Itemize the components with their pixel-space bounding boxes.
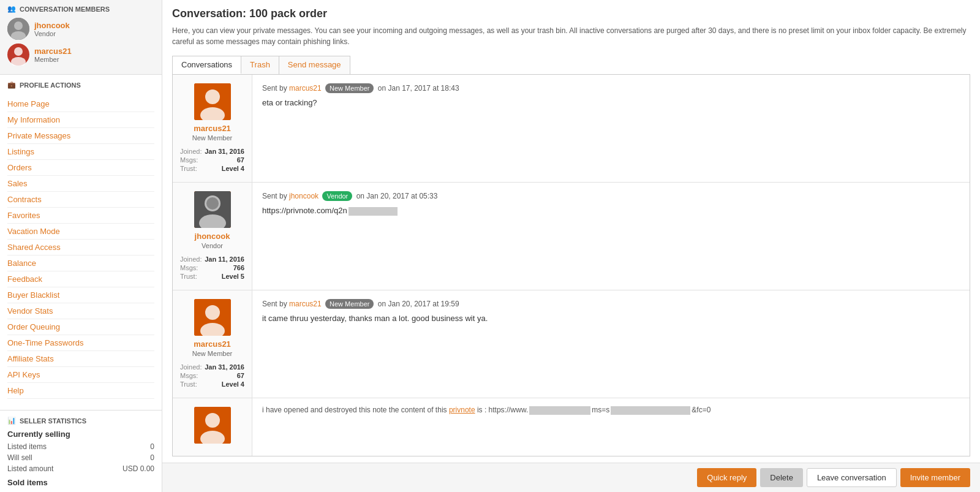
- svg-point-1: [14, 21, 23, 30]
- nav-vacation-mode[interactable]: Vacation Mode: [7, 224, 154, 240]
- stats-icon: 📊: [7, 417, 16, 425]
- profile-actions-section: 💼 PROFILE ACTIONS Home Page My Informati…: [0, 75, 162, 405]
- message-meta-1: Sent by marcus21 New Member on Jan 17, 2…: [262, 83, 960, 93]
- message-user-panel-1: marcus21 New Member Joined:Jan 31, 2016 …: [173, 75, 252, 182]
- nav-buyer-blacklist[interactable]: Buyer Blacklist: [7, 287, 154, 303]
- messages-area: marcus21 New Member Joined:Jan 31, 2016 …: [172, 74, 970, 456]
- nav-private-messages[interactable]: Private Messages: [7, 128, 154, 144]
- seller-stats-title-text: SELLER STATISTICS: [20, 417, 86, 425]
- sender-link-2[interactable]: jhoncook: [289, 192, 318, 200]
- page-description: Here, you can view your private messages…: [172, 25, 970, 47]
- user-avatar-4: [194, 407, 231, 444]
- nav-vendor-stats[interactable]: Vendor Stats: [7, 303, 154, 319]
- nav-favorites[interactable]: Favorites: [7, 208, 154, 224]
- svg-point-13: [205, 305, 220, 320]
- user-display-name-2: jhoncook: [179, 232, 246, 241]
- badge-new-member-1: New Member: [325, 83, 374, 93]
- badge-vendor-2: Vendor: [322, 191, 352, 201]
- nav-help[interactable]: Help: [7, 383, 154, 399]
- member-item-member: marcus21 Member: [7, 44, 154, 66]
- svg-point-11: [206, 197, 219, 210]
- nav-sales[interactable]: Sales: [7, 176, 154, 192]
- message-user-panel-2: jhoncook Vendor Joined:Jan 11, 2016 Msgs…: [173, 183, 252, 290]
- stat-items-sold: Items sold 0: [7, 490, 154, 492]
- message-meta-2: Sent by jhoncook Vendor on Jan 20, 2017 …: [262, 191, 960, 201]
- invite-member-button[interactable]: Invite member: [900, 468, 970, 487]
- user-role-2: Vendor: [179, 242, 246, 249]
- message-block-2: jhoncook Vendor Joined:Jan 11, 2016 Msgs…: [173, 183, 970, 290]
- sidebar: 👥 CONVERSATION MEMBERS jhoncook Vendor: [0, 0, 162, 492]
- nav-affiliate-stats[interactable]: Affiliate Stats: [7, 351, 154, 367]
- user-role-1: New Member: [179, 134, 246, 142]
- nav-balance[interactable]: Balance: [7, 255, 154, 271]
- message-body-4: i have opened and destroyed this note th…: [252, 398, 970, 456]
- delete-button[interactable]: Delete: [760, 468, 803, 487]
- conv-members-title-text: CONVERSATION MEMBERS: [20, 6, 110, 13]
- tab-send-message[interactable]: Send message: [279, 56, 350, 74]
- user-avatar-2: [194, 191, 231, 228]
- briefcase-icon: 💼: [7, 81, 16, 89]
- vendor-name: jhoncook: [34, 21, 70, 30]
- svg-point-6: [205, 89, 220, 104]
- main-content: Conversation: 100 pack order Here, you c…: [162, 0, 980, 492]
- message-user-panel-4: [173, 398, 252, 456]
- member-name: marcus21: [34, 47, 72, 56]
- message-body-2: Sent by jhoncook Vendor on Jan 20, 2017 …: [252, 183, 970, 290]
- tab-conversations[interactable]: Conversations: [173, 56, 241, 74]
- nav-contracts[interactable]: Contracts: [7, 192, 154, 208]
- message-block-4: i have opened and destroyed this note th…: [173, 398, 970, 456]
- user-role-3: New Member: [179, 350, 246, 357]
- message-text-3: it came thruu yesterday, thanks man a lo…: [262, 314, 960, 323]
- sender-link-1[interactable]: marcus21: [289, 84, 322, 93]
- action-bar: Quick reply Delete Leave conversation In…: [162, 463, 980, 492]
- nav-listings[interactable]: Listings: [7, 144, 154, 160]
- stat-listed-amount-value: USD 0.00: [123, 464, 154, 473]
- people-icon: 👥: [7, 5, 16, 13]
- member-item-vendor: jhoncook Vendor: [7, 18, 154, 40]
- message-text-1: eta or tracking?: [262, 98, 960, 107]
- user-avatar-1: [194, 83, 231, 120]
- profile-actions-title: PROFILE ACTIONS: [20, 81, 81, 89]
- nav-my-information[interactable]: My Information: [7, 112, 154, 128]
- stat-listed-amount-label: Listed amount: [7, 464, 53, 473]
- sender-link-3[interactable]: marcus21: [289, 300, 322, 308]
- nav-shared-access[interactable]: Shared Access: [7, 240, 154, 255]
- message-body-1: Sent by marcus21 New Member on Jan 17, 2…: [252, 75, 970, 182]
- badge-new-member-3: New Member: [325, 299, 374, 309]
- vendor-avatar: [7, 18, 29, 40]
- leave-conversation-button[interactable]: Leave conversation: [807, 468, 897, 487]
- message-block-1: marcus21 New Member Joined:Jan 31, 2016 …: [173, 75, 970, 183]
- user-avatar-3: [194, 299, 231, 336]
- page-layout: 👥 CONVERSATION MEMBERS jhoncook Vendor: [0, 0, 980, 492]
- nav-home-page[interactable]: Home Page: [7, 96, 154, 112]
- quick-reply-button[interactable]: Quick reply: [697, 468, 756, 487]
- user-info-table-1: Joined:Jan 31, 2016 Msgs:67 Trust:Level …: [179, 146, 246, 173]
- nav-order-queuing[interactable]: Order Queuing: [7, 319, 154, 335]
- seller-stats-header: 📊 SELLER STATISTICS: [7, 417, 154, 425]
- message-meta-3: Sent by marcus21 New Member on Jan 20, 2…: [262, 299, 960, 309]
- tabs-bar: Conversations Trash Send message: [172, 56, 350, 74]
- message-text-2: https://privnote.com/q2n: [262, 206, 960, 216]
- vendor-role: Vendor: [34, 30, 70, 37]
- nav-one-time-passwords[interactable]: One-Time Passwords: [7, 335, 154, 351]
- message-body-3: Sent by marcus21 New Member on Jan 20, 2…: [252, 290, 970, 398]
- tab-trash[interactable]: Trash: [241, 56, 279, 74]
- nav-feedback[interactable]: Feedback: [7, 271, 154, 287]
- message-user-panel-3: marcus21 New Member Joined:Jan 31, 2016 …: [173, 290, 252, 398]
- redacted-3: [611, 406, 690, 415]
- stat-listed-amount: Listed amount USD 0.00: [7, 463, 154, 474]
- stat-will-sell-label: Will sell: [7, 453, 32, 462]
- stat-listed-items-value: 0: [150, 442, 154, 451]
- page-title: Conversation: 100 pack order: [172, 7, 970, 20]
- stat-will-sell-value: 0: [150, 453, 154, 462]
- user-display-name-1: marcus21: [179, 124, 246, 133]
- redacted-1: [349, 207, 398, 216]
- user-info-table-2: Joined:Jan 11, 2016 Msgs:766 Trust:Level…: [179, 254, 246, 281]
- member-role: Member: [34, 56, 72, 63]
- privnote-link[interactable]: privnote: [449, 406, 475, 414]
- message-block-3: marcus21 New Member Joined:Jan 31, 2016 …: [173, 290, 970, 398]
- nav-orders[interactable]: Orders: [7, 160, 154, 176]
- conversation-members-section: 👥 CONVERSATION MEMBERS jhoncook Vendor: [0, 0, 162, 75]
- user-info-table-3: Joined:Jan 31, 2016 Msgs:67 Trust:Level …: [179, 362, 246, 389]
- nav-api-keys[interactable]: API Keys: [7, 367, 154, 383]
